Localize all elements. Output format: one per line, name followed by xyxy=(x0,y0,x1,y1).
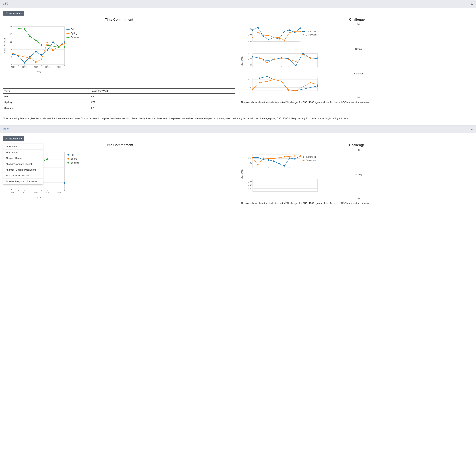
challenge-charts-rec: Fall4.404.60CSCI 1300DepartmentSpring4.2… xyxy=(244,148,473,200)
svg-text:4.50: 4.50 xyxy=(248,87,252,89)
svg-point-58 xyxy=(68,29,69,30)
dropdown-menu-item[interactable]: Andrade, Gabriel Passamani xyxy=(3,167,42,173)
dropdown-menu-item[interactable]: Baird III, David William xyxy=(3,173,42,179)
svg-text:Summer: Summer xyxy=(71,162,79,164)
svg-text:2012: 2012 xyxy=(22,191,26,194)
data-table-lec: TermHours Per WeekFall9.95Spring9.77Summ… xyxy=(3,88,235,111)
svg-point-173 xyxy=(288,89,289,90)
table-lec: TermHours Per WeekFall9.95Spring9.77Summ… xyxy=(3,88,235,111)
svg-point-50 xyxy=(24,28,25,30)
table-row: Spring9.77 xyxy=(3,99,235,105)
svg-text:13: 13 xyxy=(10,33,12,35)
svg-text:Spring: Spring xyxy=(71,157,77,160)
challenge-charts-lec: Fall4.254.504.75CSCI 1300DepartmentSprin… xyxy=(244,23,473,99)
section-label-lec: LEC xyxy=(3,2,8,5)
svg-text:Spring: Spring xyxy=(71,32,77,35)
dropdown-arrow-icon: ▾ xyxy=(21,138,22,140)
challenge-title-rec: Challenge xyxy=(241,143,473,147)
challenge-sub-title-lec-0: Fall xyxy=(244,23,473,26)
svg-point-217 xyxy=(68,162,69,164)
svg-point-84 xyxy=(257,27,259,28)
svg-text:3: 3 xyxy=(11,189,12,191)
svg-point-52 xyxy=(35,40,37,41)
hours-cell: 9.77 xyxy=(89,99,235,105)
dropdown-menu-item[interactable]: Barrenechea, Mario Bernardo xyxy=(3,179,42,184)
svg-point-44 xyxy=(41,59,42,60)
col-header-term: Term xyxy=(3,88,89,94)
challenge-sub-title-rec-1: Spring xyxy=(244,173,473,176)
right-panel-rec: ChallengeChallenegeFall4.404.60CSCI 1300… xyxy=(241,143,473,205)
svg-text:2010: 2010 xyxy=(11,191,15,194)
svg-text:2010: 2010 xyxy=(11,66,15,68)
challenge-sub-title-lec-1: Spring xyxy=(244,48,473,50)
svg-point-170 xyxy=(266,81,268,82)
collapse-icon-lec: ∧ xyxy=(471,2,473,6)
svg-point-83 xyxy=(252,30,253,31)
svg-text:Hours Per Week: Hours Per Week xyxy=(3,38,6,54)
svg-text:4.00: 4.00 xyxy=(248,64,252,66)
svg-point-46 xyxy=(52,49,54,51)
svg-text:Year: Year xyxy=(36,196,41,199)
instructor-btn-rec[interactable]: All Instructors ▾ xyxy=(3,136,24,141)
section-content-lec: All Instructors ▾Time Commitment57911131… xyxy=(0,8,476,125)
svg-point-244 xyxy=(252,157,253,158)
svg-text:2016: 2016 xyxy=(45,66,50,68)
svg-point-36 xyxy=(47,49,48,51)
svg-rect-0 xyxy=(13,27,65,65)
section-rec: REC ∧ All Instructors ▾Aghli, SinaAhn, J… xyxy=(0,125,476,213)
svg-point-240 xyxy=(284,165,285,166)
note-lec: Note: A missing line for a given term in… xyxy=(3,115,473,122)
svg-point-238 xyxy=(273,160,274,162)
svg-point-95 xyxy=(263,35,264,36)
dropdown-menu-item[interactable]: Altomare, Andrew Joseph xyxy=(3,161,42,167)
challenge-x-label-rec: Year xyxy=(244,197,473,200)
hours-cell: 9.7 xyxy=(89,105,235,111)
svg-text:4.40: 4.40 xyxy=(248,162,252,164)
instructor-dropdown-rec[interactable]: All Instructors ▾Aghli, SinaAhn, JunhoAl… xyxy=(3,136,24,143)
svg-point-102 xyxy=(300,31,301,32)
instructor-dropdown-lec[interactable]: All Instructors ▾ xyxy=(3,11,24,18)
svg-point-90 xyxy=(289,30,290,31)
svg-point-98 xyxy=(278,37,280,38)
svg-point-161 xyxy=(266,76,268,77)
section-header-lec[interactable]: LEC ∧ xyxy=(0,0,476,8)
svg-point-176 xyxy=(317,84,318,85)
svg-point-33 xyxy=(29,56,31,58)
dropdown-menu-item[interactable]: Aghli, Sina xyxy=(3,144,42,150)
svg-point-237 xyxy=(268,159,269,161)
svg-point-211 xyxy=(68,154,69,156)
svg-point-169 xyxy=(259,82,261,83)
svg-point-160 xyxy=(259,77,261,79)
dropdown-menu-item[interactable]: Ahn, Junho xyxy=(3,150,42,155)
svg-point-49 xyxy=(18,28,19,29)
svg-point-126 xyxy=(252,56,253,58)
svg-point-96 xyxy=(268,35,269,36)
section-header-rec[interactable]: REC ∧ xyxy=(0,125,476,133)
challenge-sub-chart-svg-rec-0: 4.404.60CSCI 1300Department xyxy=(244,152,473,172)
challenge-y-axis-label-lec: Challenege xyxy=(241,55,243,66)
challenge-sub-lec-1: Spring4.004.505.00 xyxy=(244,48,473,72)
svg-point-101 xyxy=(294,31,296,32)
svg-point-53 xyxy=(41,44,42,46)
table-row: Fall9.95 xyxy=(3,94,235,99)
svg-point-174 xyxy=(295,90,297,91)
instructor-btn-lec[interactable]: All Instructors ▾ xyxy=(3,11,24,16)
svg-text:2018: 2018 xyxy=(57,191,61,194)
svg-text:4.25: 4.25 xyxy=(248,41,252,42)
svg-point-94 xyxy=(257,32,259,33)
svg-point-139 xyxy=(281,58,282,59)
svg-text:CSCI 1300: CSCI 1300 xyxy=(306,30,316,33)
svg-text:4.20: 4.20 xyxy=(248,188,252,189)
svg-text:4.75: 4.75 xyxy=(248,28,252,30)
challenge-y-label-lec: ChallenegeFall4.254.504.75CSCI 1300Depar… xyxy=(241,23,473,99)
dropdown-menu-item[interactable]: Albaghli, Reem xyxy=(3,155,42,161)
svg-point-214 xyxy=(68,158,69,160)
svg-point-252 xyxy=(294,155,296,157)
svg-point-48 xyxy=(64,42,65,44)
svg-point-136 xyxy=(259,58,261,59)
svg-point-100 xyxy=(289,32,290,33)
svg-text:4.60: 4.60 xyxy=(248,157,252,160)
charts-row-lec: Time Commitment5791113152010201220142016… xyxy=(3,18,473,111)
svg-text:5: 5 xyxy=(11,64,12,66)
dropdown-arrow-icon: ▾ xyxy=(21,12,22,14)
